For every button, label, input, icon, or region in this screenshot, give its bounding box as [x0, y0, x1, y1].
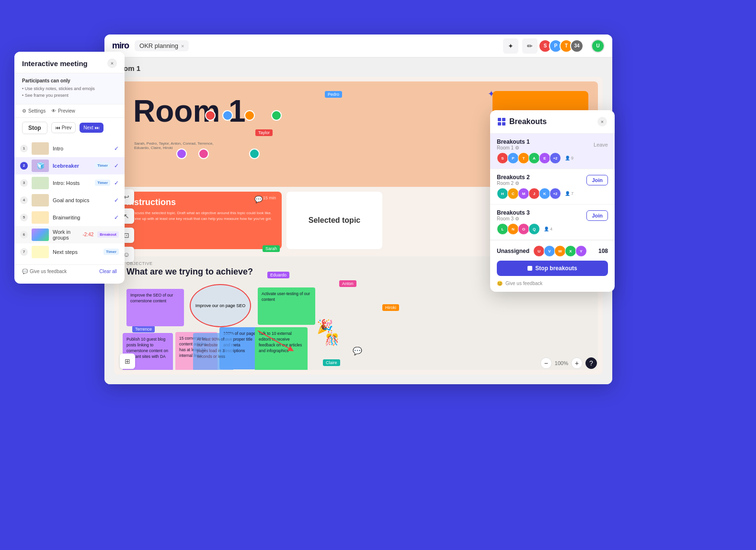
grid-icon	[498, 118, 505, 126]
agenda-item-goal[interactable]: 4 Goal and topics ✓	[14, 192, 125, 209]
br1-info: Breakouts 1 Room 1 ⚙	[497, 138, 530, 150]
br2-avatar-5: K	[539, 188, 550, 199]
scattered-avatars	[205, 110, 282, 121]
item-name-5: Brainwriting	[53, 215, 110, 220]
item-name-7: Next steps	[53, 249, 100, 255]
br1-header: Breakouts 1 Room 1 ⚙ Leave	[497, 138, 608, 150]
breakouts-close-btn[interactable]: ×	[597, 117, 607, 126]
sticky-page-load: At least 90% of our website pages load i…	[193, 333, 233, 370]
agenda-item-intro-hosts[interactable]: 3 Intro: Hosts Timer ✓	[14, 174, 125, 192]
expand-btn[interactable]: ⊞	[120, 354, 135, 369]
unassigned-row: Unassigned U V W X Y 108	[497, 245, 608, 257]
br3-join-btn[interactable]: Join	[586, 210, 608, 221]
celebration-emoji: 🎉	[317, 319, 333, 334]
magic-icon-btn[interactable]: ✏	[522, 38, 538, 54]
br1-leave-btn[interactable]: Leave	[594, 142, 608, 148]
time-badge: 15 min	[263, 195, 276, 200]
item-num-4: 4	[20, 196, 28, 204]
agenda-item-brainwriting[interactable]: 5 Brainwriting ✓	[14, 209, 125, 226]
miro-topbar: miro OKR planning × ✦ ✏ S P T 34 U	[104, 34, 612, 57]
stop-button[interactable]: Stop	[22, 122, 47, 134]
item-num-7: 7	[20, 248, 28, 256]
unassigned-avatars: U V W X Y	[533, 245, 587, 257]
zoom-in-btn[interactable]: +	[571, 357, 583, 369]
item-name-1: Intro	[53, 146, 110, 151]
cursor-hiroki: Hiroki	[382, 304, 399, 311]
item-thumb-2: 🧊	[32, 160, 49, 172]
feedback-icon: 💬	[22, 269, 28, 274]
user-avatar: U	[591, 39, 605, 53]
clear-link[interactable]: Clear all	[99, 269, 117, 274]
br3-avatar-4: Q	[528, 223, 540, 235]
svg-line-0	[258, 331, 291, 350]
settings-link[interactable]: ⚙ Settings	[22, 108, 46, 114]
breakouts-feedback-row[interactable]: 😊 Give us feedback	[497, 280, 608, 289]
stop-breakouts-button[interactable]: Stop breakouts	[497, 261, 608, 276]
item-num-6: 6	[20, 231, 28, 239]
selected-topic-card: Selected topic	[286, 192, 382, 249]
cursor-sarah: Sarah	[263, 245, 280, 252]
person-icon: 👤	[565, 156, 570, 160]
participants-section: Participants can only • Use sticky notes…	[14, 73, 125, 104]
next-button[interactable]: Next ⏭	[80, 123, 103, 133]
br2-avatar-4: J	[528, 188, 540, 199]
miro-tab[interactable]: OKR planning ×	[135, 40, 189, 51]
next-label: Next	[83, 125, 93, 130]
item-check-4: ✓	[114, 197, 119, 204]
item-name-2: Icebreaker	[53, 163, 91, 169]
prev-icon: ⏮	[56, 125, 60, 130]
agenda-item-icebreaker[interactable]: 2 🧊 Icebreaker Timer ✓	[14, 157, 125, 174]
cursor-terrence: Terrence	[132, 326, 155, 332]
item-badge-timer-7: Timer	[103, 249, 119, 255]
agenda-item-work-groups[interactable]: 6 Work in groups -2:42 Breakout	[14, 226, 125, 243]
meeting-close-btn[interactable]: ×	[107, 58, 117, 68]
miro-topbar-right: ✦ ✏ S P T 34 U	[503, 38, 605, 54]
prev-label: Prev	[62, 125, 72, 130]
br3-header: Breakouts 3 Room 3 ⚙ Join	[497, 209, 608, 221]
zoom-out-btn[interactable]: −	[540, 357, 552, 369]
br2-join-btn[interactable]: Join	[586, 175, 608, 185]
prev-button[interactable]: ⏮ Prev	[51, 122, 76, 133]
item-badge-timer-2: Timer	[95, 162, 110, 169]
agenda-item-intro[interactable]: 1 Intro ✓	[14, 140, 125, 157]
sticky-on-page-seo: Improve our on page SEO	[190, 284, 251, 327]
eye-icon: 👁	[51, 108, 56, 114]
person-icon2: 👤	[565, 191, 570, 196]
agenda-list: 1 Intro ✓ 2 🧊 Icebreaker Timer ✓ 3 Intro…	[14, 138, 125, 263]
unassigned-av4: X	[565, 245, 576, 257]
zoom-help-btn[interactable]: ?	[585, 357, 597, 369]
breakout-room-1: Breakouts 1 Room 1 ⚙ Leave S P T A E +2 …	[490, 134, 615, 169]
br1-avatar-2: P	[507, 152, 519, 164]
miro-tab-close[interactable]: ×	[181, 43, 184, 49]
breakout-room-3: Breakouts 3 Room 3 ⚙ Join L N O Q 👤 4	[490, 205, 615, 240]
participants-rule: • Use sticky notes, stickies and emojis …	[22, 85, 117, 99]
item-name-3: Intro: Hosts	[53, 180, 91, 186]
br3-avatar-3: O	[518, 223, 529, 235]
breakouts-feedback-label: Give us feedback	[505, 281, 542, 286]
br3-avatar-1: L	[497, 223, 508, 235]
cursor-eduardo: Eduardo	[267, 272, 289, 278]
agenda-item-next-steps[interactable]: 7 Next steps Timer	[14, 243, 125, 261]
unassigned-av3: W	[554, 245, 566, 257]
item-check-1: ✓	[114, 145, 119, 152]
br2-count: 👤 7	[565, 191, 573, 196]
br1-avatar-more: +2	[550, 152, 561, 164]
breakouts-title: Breakouts	[498, 117, 547, 126]
br1-avatar-5: E	[539, 152, 550, 164]
preview-link[interactable]: 👁 Preview	[51, 108, 75, 114]
br2-count-num: 7	[571, 191, 573, 196]
objective-title: What are we trying to achieve?	[126, 267, 253, 277]
br2-avatar-1: H	[497, 188, 508, 199]
cursor-icon-btn[interactable]: ✦	[503, 38, 518, 54]
feedback-label: Give us feedback	[30, 269, 67, 274]
item-num-5: 5	[20, 214, 28, 221]
feedback-icon2: 😊	[497, 281, 503, 286]
next-icon: ⏭	[95, 125, 100, 130]
br2-avatars: H C M J K +2 👤 7	[497, 188, 608, 199]
unassigned-label: Unassigned	[497, 248, 529, 254]
meeting-panel: Interactive meeting × Participants can o…	[14, 52, 125, 284]
meeting-header: Interactive meeting ×	[14, 52, 125, 73]
feedback-link[interactable]: 💬 Give us feedback	[22, 269, 67, 274]
br3-avatar-2: N	[507, 223, 519, 235]
cursor-claire: Claire	[323, 359, 340, 366]
